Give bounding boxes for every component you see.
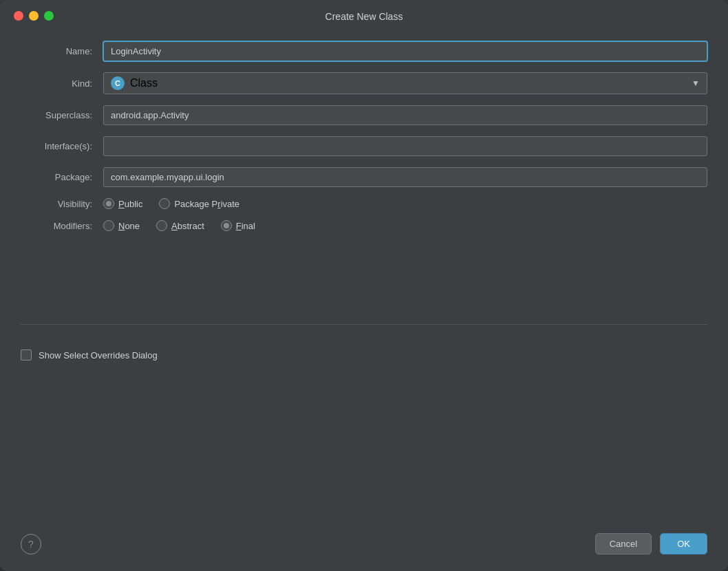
name-row: Name: — [21, 41, 707, 61]
modifier-abstract-label: Abstract — [171, 221, 204, 231]
superclass-input[interactable] — [103, 105, 707, 125]
interfaces-label: Interface(s): — [21, 141, 103, 151]
modifiers-radio-group: None Abstract Final — [103, 220, 707, 231]
visibility-row: Visibility: Public Package Private — [21, 198, 707, 209]
visibility-public-option[interactable]: Public — [103, 198, 142, 209]
kind-icon: C — [111, 76, 125, 90]
title-bar: Create New Class — [0, 0, 728, 28]
kind-dropdown[interactable]: C Class ▼ — [103, 72, 707, 94]
dropdown-arrow-icon: ▼ — [692, 78, 700, 88]
name-input[interactable] — [103, 41, 707, 61]
superclass-row: Superclass: — [21, 105, 707, 125]
visibility-radio-group: Public Package Private — [103, 198, 707, 209]
package-row: Package: — [21, 167, 707, 187]
maximize-button[interactable] — [44, 11, 54, 21]
cancel-button[interactable]: Cancel — [595, 533, 652, 554]
window-controls — [14, 11, 54, 21]
show-overrides-label: Show Select Overrides Dialog — [39, 350, 158, 360]
ok-button[interactable]: OK — [660, 533, 707, 554]
visibility-package-private-radio[interactable] — [159, 198, 170, 209]
divider — [21, 324, 707, 325]
package-label: Package: — [21, 172, 103, 182]
dialog-title: Create New Class — [325, 11, 403, 22]
kind-value: Class — [130, 77, 158, 89]
name-label: Name: — [21, 46, 103, 56]
modifier-final-label: Final — [236, 221, 255, 231]
modifier-final-option[interactable]: Final — [221, 220, 255, 231]
minimize-button[interactable] — [29, 11, 39, 21]
create-new-class-dialog: Create New Class Name: Kind: C Class ▼ S… — [0, 0, 728, 571]
show-overrides-row: Show Select Overrides Dialog — [21, 338, 707, 371]
interfaces-row: Interface(s): — [21, 136, 707, 156]
modifiers-row: Modifiers: None Abstract Final — [21, 220, 707, 231]
package-input[interactable] — [103, 167, 707, 187]
kind-select-inner: C Class — [111, 76, 158, 90]
close-button[interactable] — [14, 11, 23, 21]
visibility-label: Visibility: — [21, 199, 103, 209]
modifier-final-radio[interactable] — [221, 220, 232, 231]
dialog-footer: ? Cancel OK — [0, 522, 728, 571]
dialog-body: Name: Kind: C Class ▼ Superclass: Interf… — [0, 28, 728, 522]
modifier-none-option[interactable]: None — [103, 220, 140, 231]
visibility-package-private-option[interactable]: Package Private — [159, 198, 239, 209]
interfaces-input[interactable] — [103, 136, 707, 156]
kind-row: Kind: C Class ▼ — [21, 72, 707, 94]
kind-label: Kind: — [21, 78, 103, 89]
visibility-package-private-label: Package Private — [174, 199, 239, 209]
modifier-none-label: None — [118, 221, 140, 231]
show-overrides-checkbox[interactable] — [21, 349, 32, 360]
superclass-label: Superclass: — [21, 110, 103, 120]
modifier-none-radio[interactable] — [103, 220, 114, 231]
visibility-public-radio[interactable] — [103, 198, 114, 209]
modifiers-label: Modifiers: — [21, 221, 103, 231]
help-button[interactable]: ? — [21, 534, 41, 554]
modifier-abstract-option[interactable]: Abstract — [156, 220, 204, 231]
action-buttons: Cancel OK — [595, 533, 707, 554]
modifier-abstract-radio[interactable] — [156, 220, 167, 231]
visibility-public-label: Public — [118, 199, 142, 209]
